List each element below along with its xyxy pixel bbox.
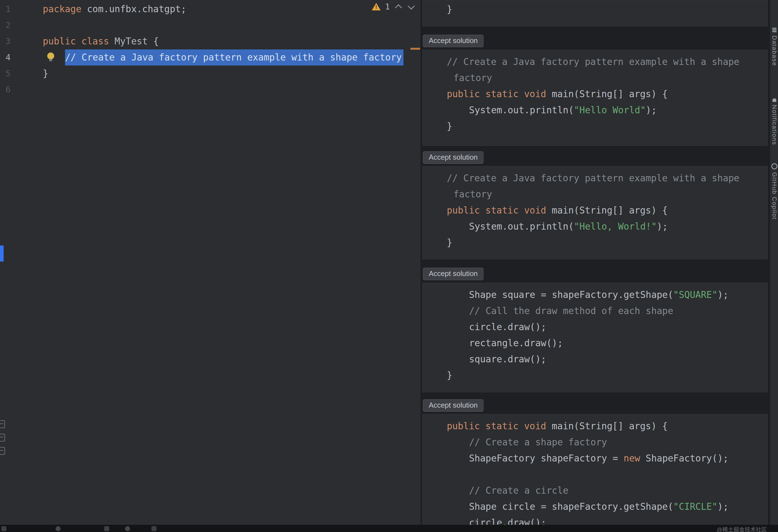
code-line: public static void main(String[] args) { — [422, 86, 767, 102]
accept-solution-button[interactable]: Accept solution — [423, 35, 483, 47]
inspections-widget: ! 1 — [372, 2, 415, 12]
selected-text: // Create a Java factory pattern example… — [65, 50, 403, 66]
code-line: // Create a Java factory pattern example… — [422, 170, 767, 186]
watermark: @稀土掘金技术社区 — [717, 525, 767, 532]
taskbar-icon[interactable] — [1, 526, 6, 531]
taskbar-icon[interactable] — [56, 526, 61, 531]
tool-button-notifications[interactable]: Notifications — [770, 98, 778, 145]
code-line: // Create a shape factory — [422, 434, 767, 450]
warning-icon[interactable]: ! — [372, 3, 381, 11]
code-line: } — [422, 235, 767, 251]
status-bar: @稀土掘金技术社区 — [0, 525, 778, 532]
taskbar-icon[interactable] — [104, 526, 109, 531]
copilot-solution-partial: } — [422, 0, 768, 26]
code-line: public static void main(String[] args) { — [422, 418, 767, 434]
code-line: Shape circle = shapeFactory.getShape("CI… — [422, 499, 767, 515]
code-line: rectangle.draw(); — [422, 335, 767, 351]
bell-icon — [772, 98, 776, 102]
code-line: Shape square = shapeFactory.getShape("SQ… — [422, 287, 767, 303]
code-block: // Create a Java factory pattern example… — [422, 166, 767, 251]
tool-label: Notifications — [771, 105, 778, 145]
tool-button-database[interactable]: Database — [770, 28, 778, 66]
code-line — [0, 17, 409, 33]
tool-stripe-icon[interactable] — [0, 434, 5, 441]
prev-warning-button[interactable] — [394, 2, 403, 11]
copilot-solution-3: Shape square = shapeFactory.getShape("SQ… — [422, 283, 768, 392]
scrollbar-change-marker[interactable] — [410, 48, 420, 50]
chevron-down-icon — [408, 2, 414, 9]
code-line — [0, 82, 409, 98]
copilot-solution-1: // Create a Java factory pattern example… — [422, 50, 768, 146]
code-line: } — [422, 1, 767, 17]
copilot-solution-4: public static void main(String[] args) {… — [422, 414, 768, 525]
code-line: factory — [422, 186, 767, 202]
code-block: public static void main(String[] args) {… — [422, 414, 767, 525]
copilot-suggestions-panel: } Accept solution // Create a Java facto… — [420, 0, 770, 525]
code-block: // Create a Java factory pattern example… — [422, 50, 767, 135]
code-line: System.out.println("Hello, World!"); — [422, 218, 767, 235]
code-line: factory — [422, 70, 767, 86]
next-warning-button[interactable] — [407, 2, 415, 11]
warning-count: 1 — [385, 2, 390, 11]
tool-label: GitHub Copilot — [771, 172, 778, 219]
code-line: public static void main(String[] args) { — [422, 202, 767, 218]
taskbar-icon[interactable] — [125, 526, 130, 531]
code-line: // Call the draw method of each shape — [422, 303, 767, 319]
code-line: square.draw(); — [422, 351, 767, 367]
scrollbar-selection-marker[interactable] — [0, 246, 4, 262]
accept-solution-button[interactable]: Accept solution — [423, 268, 483, 280]
code-line: System.out.println("Hello World"); — [422, 102, 767, 118]
ide-window: 123456 package com.unfbx.chatgpt; public… — [0, 0, 778, 532]
right-tool-stripe: Database Notifications GitHub Copilot — [770, 0, 778, 525]
code-line: public class MyTest { — [0, 33, 409, 50]
editor-code-area[interactable]: package com.unfbx.chatgpt; public class … — [0, 1, 409, 98]
tool-stripe-icon[interactable] — [0, 420, 5, 428]
code-line: // Create a Java factory pattern example… — [422, 54, 767, 70]
intention-bulb-icon[interactable] — [47, 53, 54, 60]
code-line: // Create a circle — [422, 482, 767, 499]
code-line: // Create a Java factory pattern example… — [0, 50, 409, 66]
code-line: circle.draw(); — [422, 515, 767, 525]
copilot-solution-2: // Create a Java factory pattern example… — [422, 166, 768, 259]
database-icon — [772, 28, 777, 33]
code-editor[interactable]: 123456 package com.unfbx.chatgpt; public… — [0, 0, 420, 525]
tool-label: Database — [771, 35, 778, 66]
taskbar-icon[interactable] — [151, 526, 156, 531]
code-line: package com.unfbx.chatgpt; — [0, 1, 409, 17]
accept-solution-button[interactable]: Accept solution — [423, 151, 483, 164]
code-line: } — [422, 367, 767, 383]
code-line: } — [0, 66, 409, 82]
code-block: } — [422, 0, 767, 17]
accept-solution-button[interactable]: Accept solution — [423, 399, 483, 412]
tool-stripe-icon[interactable] — [0, 447, 5, 455]
tool-button-github-copilot[interactable]: GitHub Copilot — [770, 163, 778, 219]
chevron-up-icon — [395, 4, 402, 11]
code-line: circle.draw(); — [422, 319, 767, 335]
copilot-icon — [771, 163, 777, 169]
code-line: ShapeFactory shapeFactory = new ShapeFac… — [422, 450, 767, 466]
code-line: } — [422, 118, 767, 135]
code-line — [422, 466, 767, 482]
code-block: Shape square = shapeFactory.getShape("SQ… — [422, 283, 767, 383]
